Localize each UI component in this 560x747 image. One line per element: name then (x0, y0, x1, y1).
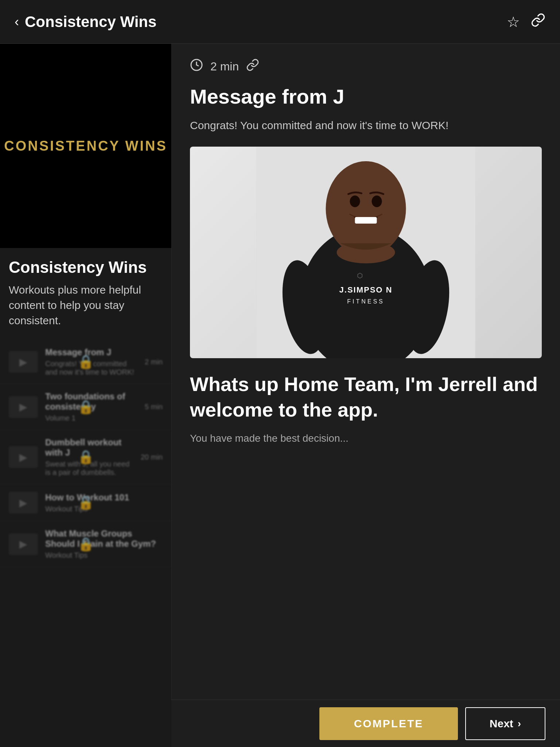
play-icon: ▶ (19, 497, 27, 509)
duration-row: 2 min (190, 58, 542, 74)
header-title: Consistency Wins (25, 13, 156, 31)
list-item[interactable]: ▶ Dumbbell workout with J Sweat with J, … (0, 430, 171, 484)
svg-text:FITNESS: FITNESS (347, 298, 385, 305)
clock-icon (190, 58, 203, 74)
play-icon: ▶ (19, 401, 27, 413)
back-button[interactable]: ‹ (15, 14, 19, 30)
video-thumbnail[interactable]: CONSISTENCY WINS (0, 44, 171, 248)
lock-icon: 🔒 (78, 354, 94, 369)
content-title: Message from J (190, 85, 542, 108)
lesson-desc: Workout Tips (45, 551, 163, 560)
header-right: ☆ (507, 13, 545, 31)
lesson-duration: 20 min (141, 453, 163, 461)
list-item[interactable]: ▶ What Muscle Groups Should I Train at t… (0, 521, 171, 567)
next-button[interactable]: Next › (465, 707, 545, 740)
play-icon: ▶ (19, 356, 27, 368)
complete-button[interactable]: COMPLETE (319, 707, 458, 740)
svg-point-8 (350, 196, 360, 207)
play-icon: ▶ (19, 451, 27, 463)
right-panel: 2 min Message from J Congrats! You commi… (171, 44, 560, 747)
header-left: ‹ Consistency Wins (15, 13, 156, 31)
lesson-desc: Workout Tips (45, 505, 163, 513)
left-panel: CONSISTENCY WINS Consistency Wins Workou… (0, 44, 171, 747)
bookmark-icon[interactable]: ☆ (507, 13, 520, 30)
course-description: Workouts plus more helpful content to he… (9, 282, 163, 328)
lock-icon: 🔒 (78, 495, 94, 510)
video-title: CONSISTENCY WINS (4, 138, 167, 154)
lesson-list: ▶ Message from J Congrats! You committed… (0, 334, 171, 573)
duration-text: 2 min (210, 60, 239, 73)
trainer-photo: ⬡ J.SIMPSO N FITNESS (190, 147, 542, 358)
list-item[interactable]: ▶ How to Workout 101 Workout Tips 🔒 (0, 484, 171, 521)
list-item[interactable]: ▶ Message from J Congrats! You committed… (0, 340, 171, 384)
course-title: Consistency Wins (9, 258, 163, 276)
share-link-icon[interactable] (531, 13, 545, 31)
svg-point-9 (372, 196, 382, 207)
link-icon[interactable] (246, 58, 259, 74)
lesson-desc: Volume 1 (45, 414, 137, 422)
list-item[interactable]: ▶ Two foundations of consistency Volume … (0, 384, 171, 430)
main-content: CONSISTENCY WINS Consistency Wins Workou… (0, 44, 560, 747)
play-icon: ▶ (19, 538, 27, 550)
lesson-name: What Muscle Groups Should I Train at the… (45, 529, 163, 549)
lesson-details: What Muscle Groups Should I Train at the… (45, 529, 163, 560)
welcome-subtext: You have made the best decision... (190, 431, 542, 445)
lesson-thumbnail: ▶ (9, 533, 38, 555)
lesson-duration: 5 min (145, 403, 163, 411)
svg-rect-10 (355, 217, 377, 224)
next-chevron-icon: › (518, 718, 521, 729)
lesson-name: How to Workout 101 (45, 492, 163, 503)
next-label: Next (490, 717, 513, 730)
lesson-duration: 2 min (145, 358, 163, 366)
lock-icon: 🔒 (78, 537, 94, 552)
lock-icon: 🔒 (78, 449, 94, 465)
welcome-text: Whats up Home Team, I'm Jerrell and welc… (190, 371, 542, 422)
lesson-thumbnail: ▶ (9, 351, 38, 373)
svg-text:⬡: ⬡ (357, 272, 363, 279)
course-info: Consistency Wins Workouts plus more help… (0, 248, 171, 334)
content-description: Congrats! You committed and now it's tim… (190, 117, 542, 133)
lesson-thumbnail: ▶ (9, 396, 38, 418)
lesson-thumbnail: ▶ (9, 446, 38, 468)
lesson-thumbnail: ▶ (9, 492, 38, 514)
lesson-details: How to Workout 101 Workout Tips (45, 492, 163, 513)
action-bar: COMPLETE Next › (171, 700, 560, 747)
lock-icon: 🔒 (78, 399, 94, 415)
svg-text:J.SIMPSO N: J.SIMPSO N (339, 285, 393, 294)
header: ‹ Consistency Wins ☆ (0, 0, 560, 44)
